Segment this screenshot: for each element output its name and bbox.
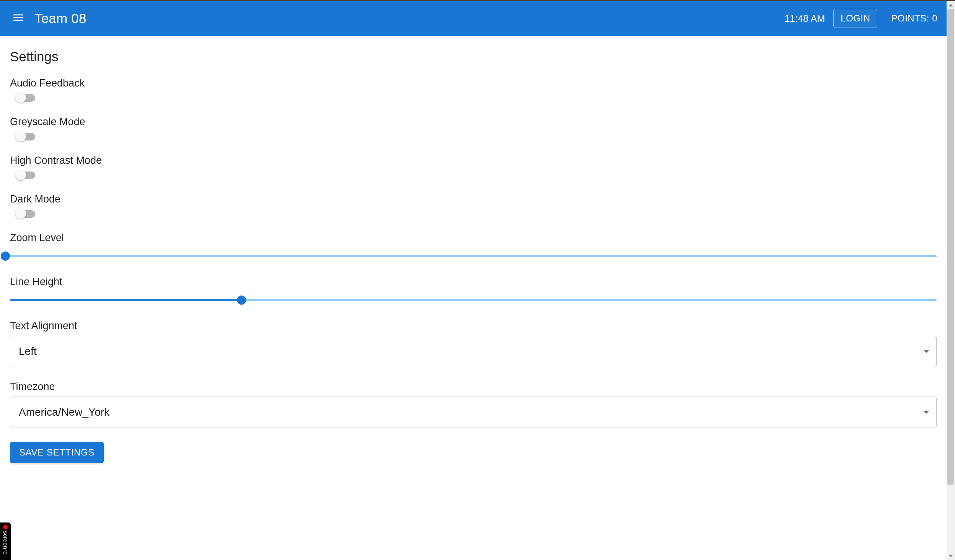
select-value: Left <box>19 345 37 358</box>
clock: 11:48 AM <box>785 13 825 24</box>
select-value: America/New_York <box>19 406 109 418</box>
text-alignment-select[interactable]: Left <box>10 336 937 367</box>
setting-timezone: Timezone America/New_York <box>10 381 937 428</box>
setting-audio-feedback: Audio Feedback <box>10 77 937 102</box>
setting-label: Timezone <box>10 381 937 393</box>
menu-button[interactable] <box>9 9 28 28</box>
setting-zoom-level: Zoom Level <box>10 232 937 262</box>
setting-high-contrast-mode: High Contrast Mode <box>10 155 937 180</box>
setting-label: Text Alignment <box>10 320 937 332</box>
greyscale-mode-switch[interactable] <box>15 132 38 141</box>
setting-label: Line Height <box>10 276 937 288</box>
setting-label: Audio Feedback <box>10 77 937 89</box>
slider-thumb[interactable] <box>1 251 10 261</box>
setting-greyscale-mode: Greyscale Mode <box>10 116 937 141</box>
settings-content: Settings Audio Feedback Greyscale Mode H… <box>0 36 947 478</box>
screen-recorder-badge[interactable]: screenre <box>0 522 11 560</box>
chevron-down-icon <box>923 350 929 353</box>
chevron-down-icon <box>923 411 929 414</box>
setting-dark-mode: Dark Mode <box>10 193 937 218</box>
dark-mode-switch[interactable] <box>15 209 38 218</box>
setting-text-alignment: Text Alignment Left <box>10 320 937 367</box>
scroll-down-button[interactable] <box>947 552 955 560</box>
app-title: Team 08 <box>34 11 87 26</box>
vertical-scrollbar[interactable] <box>947 1 955 560</box>
zoom-level-slider[interactable] <box>5 251 937 262</box>
record-icon <box>3 525 8 529</box>
line-height-slider[interactable] <box>10 295 937 306</box>
screen-recorder-label: screenre <box>2 531 9 555</box>
setting-label: Greyscale Mode <box>10 116 937 128</box>
slider-thumb[interactable] <box>237 296 246 305</box>
menu-icon <box>12 11 25 26</box>
app-bar: Team 08 11:48 AM LOGIN POINTS: 0 <box>0 1 947 36</box>
timezone-select[interactable]: America/New_York <box>10 397 937 428</box>
setting-label: Dark Mode <box>10 193 937 205</box>
save-settings-button[interactable]: SAVE SETTINGS <box>10 442 104 463</box>
setting-line-height: Line Height <box>10 276 937 306</box>
scrollbar-thumb[interactable] <box>947 9 954 485</box>
high-contrast-mode-switch[interactable] <box>15 170 38 180</box>
points-label: POINTS: 0 <box>891 13 937 24</box>
scroll-up-button[interactable] <box>947 1 955 9</box>
login-button[interactable]: LOGIN <box>833 9 877 28</box>
setting-label: Zoom Level <box>10 232 937 244</box>
setting-label: High Contrast Mode <box>10 155 937 167</box>
audio-feedback-switch[interactable] <box>15 93 38 102</box>
page-title: Settings <box>10 49 937 64</box>
